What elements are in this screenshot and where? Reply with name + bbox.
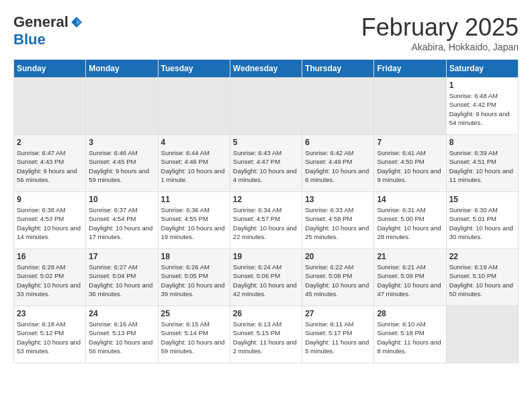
day-number: 10 xyxy=(89,195,154,204)
calendar-cell: 13Sunrise: 6:33 AMSunset: 4:58 PMDayligh… xyxy=(302,192,374,249)
calendar-cell: 22Sunrise: 6:19 AMSunset: 5:10 PMDayligh… xyxy=(446,249,518,306)
logo-general-text: General xyxy=(13,13,69,31)
day-info: Sunrise: 6:10 AMSunset: 5:18 PMDaylight:… xyxy=(377,320,443,355)
calendar-cell xyxy=(158,78,230,135)
day-info: Sunrise: 6:26 AMSunset: 5:05 PMDaylight:… xyxy=(161,263,227,298)
day-info: Sunrise: 6:48 AMSunset: 4:42 PMDaylight:… xyxy=(449,91,515,127)
day-number: 15 xyxy=(449,195,515,204)
day-info: Sunrise: 6:21 AMSunset: 5:09 PMDaylight:… xyxy=(377,263,443,298)
day-info: Sunrise: 6:22 AMSunset: 5:08 PMDaylight:… xyxy=(305,263,371,298)
calendar-header-cell: Saturday xyxy=(446,60,518,78)
day-info: Sunrise: 6:30 AMSunset: 5:01 PMDaylight:… xyxy=(449,205,515,241)
day-number: 3 xyxy=(89,138,154,147)
day-number: 8 xyxy=(449,138,515,147)
calendar-cell: 12Sunrise: 6:34 AMSunset: 4:57 PMDayligh… xyxy=(230,192,302,249)
calendar-cell: 27Sunrise: 6:11 AMSunset: 5:17 PMDayligh… xyxy=(302,306,374,363)
calendar-cell xyxy=(230,78,302,135)
day-info: Sunrise: 6:31 AMSunset: 5:00 PMDaylight:… xyxy=(377,205,443,241)
calendar-cell: 24Sunrise: 6:16 AMSunset: 5:13 PMDayligh… xyxy=(86,306,158,363)
calendar-cell: 5Sunrise: 6:43 AMSunset: 4:47 PMDaylight… xyxy=(230,135,302,192)
calendar-cell: 11Sunrise: 6:36 AMSunset: 4:55 PMDayligh… xyxy=(158,192,230,249)
calendar-body: 1Sunrise: 6:48 AMSunset: 4:42 PMDaylight… xyxy=(14,78,519,363)
day-info: Sunrise: 6:18 AMSunset: 5:12 PMDaylight:… xyxy=(17,320,83,355)
calendar-cell: 23Sunrise: 6:18 AMSunset: 5:12 PMDayligh… xyxy=(14,306,86,363)
calendar-cell: 25Sunrise: 6:15 AMSunset: 5:14 PMDayligh… xyxy=(158,306,230,363)
calendar-cell xyxy=(14,78,86,135)
calendar-cell: 17Sunrise: 6:27 AMSunset: 5:04 PMDayligh… xyxy=(86,249,158,306)
day-number: 2 xyxy=(17,138,83,147)
day-info: Sunrise: 6:41 AMSunset: 4:50 PMDaylight:… xyxy=(377,148,443,184)
calendar-week-row: 9Sunrise: 6:38 AMSunset: 4:53 PMDaylight… xyxy=(14,192,519,249)
calendar-cell: 7Sunrise: 6:41 AMSunset: 4:50 PMDaylight… xyxy=(374,135,446,192)
calendar-cell: 18Sunrise: 6:26 AMSunset: 5:05 PMDayligh… xyxy=(158,249,230,306)
calendar-week-row: 16Sunrise: 6:28 AMSunset: 5:02 PMDayligh… xyxy=(14,249,519,306)
logo-icon xyxy=(70,15,83,29)
location: Akabira, Hokkaido, Japan xyxy=(361,42,519,52)
day-info: Sunrise: 6:39 AMSunset: 4:51 PMDaylight:… xyxy=(449,148,515,184)
calendar-week-row: 2Sunrise: 6:47 AMSunset: 4:43 PMDaylight… xyxy=(14,135,519,192)
day-number: 6 xyxy=(305,138,371,147)
calendar-cell: 16Sunrise: 6:28 AMSunset: 5:02 PMDayligh… xyxy=(14,249,86,306)
day-number: 22 xyxy=(449,252,515,261)
day-number: 27 xyxy=(305,309,371,318)
calendar-cell: 26Sunrise: 6:13 AMSunset: 5:15 PMDayligh… xyxy=(230,306,302,363)
calendar-week-row: 23Sunrise: 6:18 AMSunset: 5:12 PMDayligh… xyxy=(14,306,519,363)
day-number: 4 xyxy=(161,138,227,147)
calendar-week-row: 1Sunrise: 6:48 AMSunset: 4:42 PMDaylight… xyxy=(14,78,519,135)
calendar-cell: 3Sunrise: 6:46 AMSunset: 4:45 PMDaylight… xyxy=(86,135,158,192)
day-number: 25 xyxy=(161,309,227,318)
day-info: Sunrise: 6:43 AMSunset: 4:47 PMDaylight:… xyxy=(233,148,299,184)
day-number: 24 xyxy=(89,309,154,318)
calendar-cell: 15Sunrise: 6:30 AMSunset: 5:01 PMDayligh… xyxy=(446,192,518,249)
calendar-cell: 28Sunrise: 6:10 AMSunset: 5:18 PMDayligh… xyxy=(374,306,446,363)
day-number: 19 xyxy=(233,252,299,261)
calendar-cell: 4Sunrise: 6:44 AMSunset: 4:46 PMDaylight… xyxy=(158,135,230,192)
day-info: Sunrise: 6:47 AMSunset: 4:43 PMDaylight:… xyxy=(17,148,83,184)
day-info: Sunrise: 6:24 AMSunset: 5:06 PMDaylight:… xyxy=(233,263,299,298)
calendar-header-cell: Thursday xyxy=(302,60,374,78)
day-info: Sunrise: 6:11 AMSunset: 5:17 PMDaylight:… xyxy=(305,320,371,355)
calendar-header-row: SundayMondayTuesdayWednesdayThursdayFrid… xyxy=(14,60,519,78)
day-info: Sunrise: 6:44 AMSunset: 4:46 PMDaylight:… xyxy=(161,148,227,184)
day-info: Sunrise: 6:27 AMSunset: 5:04 PMDaylight:… xyxy=(89,263,154,298)
calendar-cell: 14Sunrise: 6:31 AMSunset: 5:00 PMDayligh… xyxy=(374,192,446,249)
calendar-header-cell: Monday xyxy=(86,60,158,78)
calendar-cell: 1Sunrise: 6:48 AMSunset: 4:42 PMDaylight… xyxy=(446,78,518,135)
day-info: Sunrise: 6:38 AMSunset: 4:53 PMDaylight:… xyxy=(17,205,83,241)
day-number: 11 xyxy=(161,195,227,204)
day-number: 12 xyxy=(233,195,299,204)
page-header: General Blue February 2025 Akabira, Hokk… xyxy=(13,13,519,52)
calendar-cell: 21Sunrise: 6:21 AMSunset: 5:09 PMDayligh… xyxy=(374,249,446,306)
day-info: Sunrise: 6:46 AMSunset: 4:45 PMDaylight:… xyxy=(89,148,154,184)
day-number: 23 xyxy=(17,309,83,318)
calendar-header-cell: Friday xyxy=(374,60,446,78)
day-info: Sunrise: 6:34 AMSunset: 4:57 PMDaylight:… xyxy=(233,205,299,241)
calendar-header-cell: Sunday xyxy=(14,60,86,78)
calendar-cell: 9Sunrise: 6:38 AMSunset: 4:53 PMDaylight… xyxy=(14,192,86,249)
day-info: Sunrise: 6:36 AMSunset: 4:55 PMDaylight:… xyxy=(161,205,227,241)
month-title: February 2025 xyxy=(361,13,519,42)
calendar-cell xyxy=(302,78,374,135)
calendar-cell xyxy=(446,306,518,363)
calendar-cell xyxy=(374,78,446,135)
calendar-cell: 2Sunrise: 6:47 AMSunset: 4:43 PMDaylight… xyxy=(14,135,86,192)
day-info: Sunrise: 6:37 AMSunset: 4:54 PMDaylight:… xyxy=(89,205,154,241)
day-number: 5 xyxy=(233,138,299,147)
day-number: 9 xyxy=(17,195,83,204)
logo-blue-text: Blue xyxy=(13,31,46,48)
title-block: February 2025 Akabira, Hokkaido, Japan xyxy=(361,13,519,52)
calendar-header-cell: Wednesday xyxy=(230,60,302,78)
day-number: 17 xyxy=(89,252,154,261)
day-number: 20 xyxy=(305,252,371,261)
calendar-cell: 10Sunrise: 6:37 AMSunset: 4:54 PMDayligh… xyxy=(86,192,158,249)
day-number: 1 xyxy=(449,81,515,90)
calendar-cell xyxy=(86,78,158,135)
calendar-cell: 19Sunrise: 6:24 AMSunset: 5:06 PMDayligh… xyxy=(230,249,302,306)
calendar-cell: 20Sunrise: 6:22 AMSunset: 5:08 PMDayligh… xyxy=(302,249,374,306)
day-info: Sunrise: 6:16 AMSunset: 5:13 PMDaylight:… xyxy=(89,320,154,355)
day-info: Sunrise: 6:42 AMSunset: 4:49 PMDaylight:… xyxy=(305,148,371,184)
day-info: Sunrise: 6:19 AMSunset: 5:10 PMDaylight:… xyxy=(449,263,515,298)
day-info: Sunrise: 6:13 AMSunset: 5:15 PMDaylight:… xyxy=(233,320,299,355)
day-number: 7 xyxy=(377,138,443,147)
day-number: 28 xyxy=(377,309,443,318)
